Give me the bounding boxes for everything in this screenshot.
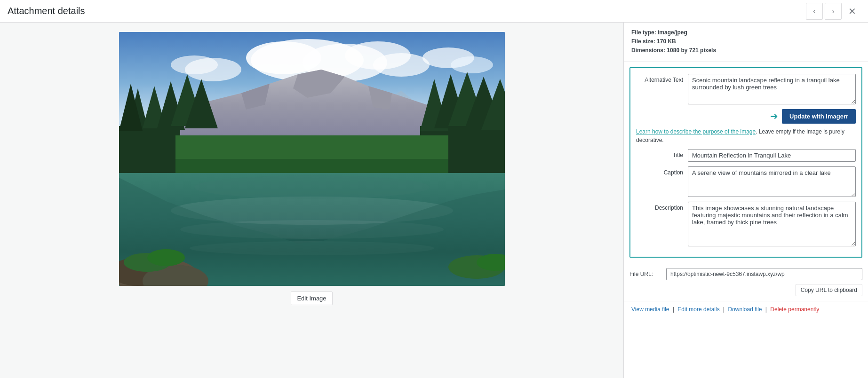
- file-type-row: File type: image/jpeg: [631, 28, 860, 37]
- separator-2: |: [723, 306, 726, 313]
- file-size-label: File size:: [631, 38, 655, 45]
- file-type-label: File type:: [631, 29, 656, 36]
- caption-row: Caption: [636, 166, 856, 197]
- svg-point-40: [147, 249, 185, 266]
- dimensions-row: Dimensions: 1080 by 721 pixels: [631, 46, 860, 55]
- dimensions-label: Dimensions:: [631, 47, 665, 54]
- alt-text-input[interactable]: [688, 74, 856, 104]
- file-size-value: 170 KB: [657, 38, 676, 45]
- image-panel: Edit Image: [0, 23, 623, 378]
- chevron-left-icon: ‹: [813, 7, 815, 16]
- arrow-indicator: ➜: [770, 110, 778, 122]
- edit-more-link[interactable]: Edit more details: [677, 306, 719, 313]
- description-input[interactable]: [688, 202, 856, 246]
- svg-point-35: [194, 175, 430, 199]
- help-text: Learn how to describe the purpose of the…: [636, 127, 856, 144]
- details-panel: File type: image/jpeg File size: 170 KB …: [623, 23, 868, 378]
- alt-text-row: Alternative Text: [636, 74, 856, 104]
- title-input[interactable]: [688, 149, 856, 162]
- file-metadata: File type: image/jpeg File size: 170 KB …: [624, 23, 868, 62]
- close-icon: ✕: [848, 6, 856, 17]
- alt-text-label: Alternative Text: [636, 74, 688, 83]
- dimensions-value: 1080 by 721 pixels: [667, 47, 716, 54]
- delete-link[interactable]: Delete permanently: [770, 306, 819, 313]
- chevron-right-icon: ›: [832, 7, 834, 16]
- view-media-link[interactable]: View media file: [631, 306, 669, 313]
- caption-label: Caption: [636, 166, 688, 176]
- svg-point-5: [373, 53, 430, 77]
- separator-3: |: [765, 306, 768, 313]
- main-content: Edit Image File type: image/jpeg File si…: [0, 23, 868, 378]
- caption-input[interactable]: [688, 166, 856, 197]
- file-url-label: File URL:: [629, 271, 662, 277]
- prev-button[interactable]: ‹: [806, 3, 823, 20]
- description-label: Description: [636, 202, 688, 211]
- description-row: Description: [636, 202, 856, 246]
- page-title: Attachment details: [8, 6, 85, 16]
- landscape-svg: [119, 32, 505, 286]
- title-label: Title: [636, 149, 688, 158]
- copy-url-button[interactable]: Copy URL to clipboard: [796, 284, 862, 296]
- action-links: View media file | Edit more details | Do…: [624, 301, 868, 317]
- svg-point-9: [451, 56, 493, 73]
- attachment-image: [119, 32, 505, 286]
- separator-1: |: [673, 306, 676, 313]
- close-button[interactable]: ✕: [844, 3, 860, 20]
- download-link[interactable]: Download file: [728, 306, 762, 313]
- update-row: ➜ Update with Imagerr: [636, 109, 856, 124]
- edit-image-container: Edit Image: [119, 291, 505, 305]
- file-type-value: image/jpeg: [658, 29, 687, 36]
- file-url-section: File URL: Copy URL to clipboard: [624, 263, 868, 301]
- title-row: Title: [636, 149, 856, 162]
- image-container: Edit Image: [119, 32, 505, 305]
- file-size-row: File size: 170 KB: [631, 37, 860, 46]
- file-url-row: File URL:: [629, 268, 862, 280]
- update-imagerr-button[interactable]: Update with Imagerr: [782, 109, 856, 124]
- svg-point-7: [171, 55, 218, 74]
- file-url-input[interactable]: [666, 268, 862, 280]
- edit-image-button[interactable]: Edit Image: [291, 291, 332, 305]
- help-link[interactable]: Learn how to describe the purpose of the…: [636, 128, 756, 135]
- form-section: Alternative Text ➜ Update with Imagerr L…: [629, 67, 862, 258]
- top-bar: Attachment details ‹ › ✕: [0, 0, 868, 23]
- nav-controls: ‹ › ✕: [806, 3, 860, 20]
- next-button[interactable]: ›: [825, 3, 842, 20]
